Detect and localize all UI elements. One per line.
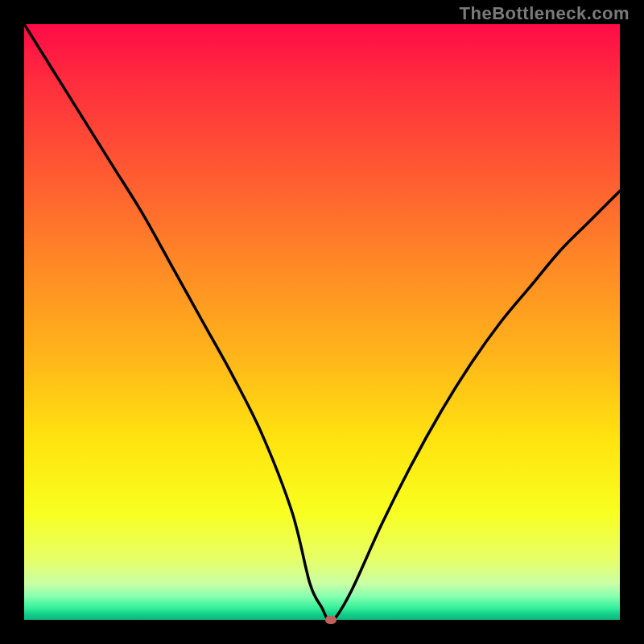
- chart-frame: TheBottleneck.com: [0, 0, 644, 644]
- minimum-marker: [325, 616, 336, 624]
- bottleneck-curve: [24, 24, 620, 620]
- watermark-text: TheBottleneck.com: [460, 3, 630, 24]
- plot-area: [24, 24, 620, 620]
